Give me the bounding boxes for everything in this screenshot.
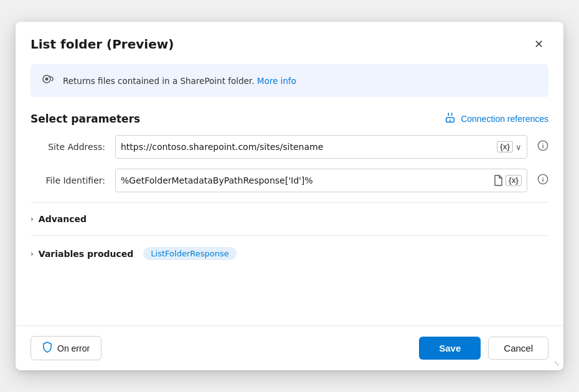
on-error-button[interactable]: On error [31,336,101,360]
site-address-chevron-button[interactable]: ∨ [515,142,522,152]
file-identifier-file-button[interactable] [493,175,503,186]
cancel-button[interactable]: Cancel [488,337,548,360]
svg-point-1 [45,78,49,81]
info-circle-icon: i [537,140,548,154]
file-identifier-row: File Identifier: {x} [31,169,548,192]
dialog: List folder (Preview) ✕ Returns files co… [16,22,563,370]
site-address-label: Site Address: [31,142,105,152]
connection-references-button[interactable]: Connection references [445,112,548,125]
site-address-actions: {x} ∨ [497,141,522,152]
chevron-down-icon: ∨ [515,142,522,152]
save-button[interactable]: Save [419,337,481,360]
site-address-row: Site Address: {x} ∨ i [31,135,548,159]
divider-2 [31,235,548,236]
advanced-chevron-icon: › [31,215,34,223]
variables-badge: ListFolderResponse [143,247,236,260]
file-identifier-variable-button[interactable]: {x} [506,175,522,186]
more-info-link[interactable]: More info [257,76,296,86]
info-circle-icon-2: i [537,174,548,187]
site-address-input[interactable] [121,142,493,152]
section-header: Select parameters Connection references [16,107,563,135]
on-error-label: On error [57,343,90,353]
info-banner-text: Returns files contained in a SharePoint … [63,76,296,86]
variables-chevron-icon: › [31,250,34,258]
file-identifier-input[interactable] [121,175,489,185]
shield-icon [42,342,52,355]
resize-handle-icon: ⤡ [553,359,560,368]
dialog-title: List folder (Preview) [31,37,174,52]
close-button[interactable]: ✕ [529,34,548,54]
plug-icon [445,112,456,125]
site-address-variable-button[interactable]: {x} [497,141,513,152]
footer-right: Save Cancel [419,337,548,360]
dialog-header: List folder (Preview) ✕ [16,22,563,64]
file-identifier-label: File Identifier: [31,175,105,185]
variables-row[interactable]: › Variables produced ListFolderResponse [31,241,548,266]
variables-label: Variables produced [39,249,134,259]
connection-references-label: Connection references [461,114,548,124]
svg-text:i: i [542,142,544,149]
sharepoint-icon [40,72,55,90]
site-address-info-button[interactable]: i [537,140,548,154]
close-icon: ✕ [534,37,544,51]
file-identifier-info-button[interactable]: i [537,174,548,187]
info-banner: Returns files contained in a SharePoint … [31,64,548,97]
params-area: Site Address: {x} ∨ i [16,135,563,320]
dialog-footer: On error Save Cancel [16,325,563,370]
file-identifier-input-wrap[interactable]: {x} [115,169,527,192]
select-parameters-title: Select parameters [31,113,140,125]
site-address-input-wrap[interactable]: {x} ∨ [115,135,527,159]
advanced-row[interactable]: › Advanced [31,208,548,230]
file-identifier-actions: {x} [493,175,522,186]
svg-text:i: i [542,176,544,183]
advanced-label: Advanced [39,214,87,224]
divider-1 [31,202,548,203]
